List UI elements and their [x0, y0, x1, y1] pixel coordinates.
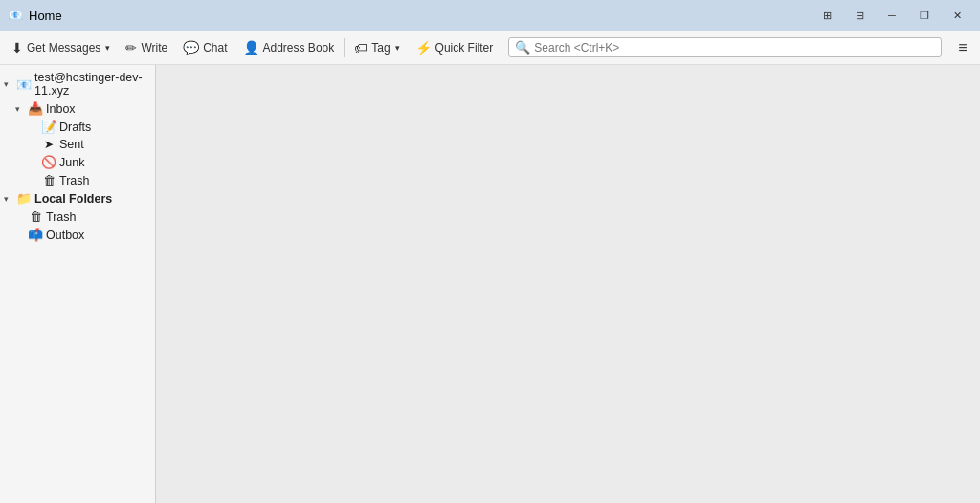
write-icon: ✏: [125, 40, 137, 55]
address-book-label: Address Book: [263, 41, 335, 55]
trash-account-icon: 🗑: [41, 173, 56, 187]
tag-icon: 🏷: [354, 40, 368, 55]
junk-icon: 🚫: [41, 155, 56, 169]
app-icon: 📧: [8, 8, 23, 23]
get-messages-label: Get Messages: [27, 41, 100, 55]
sent-label: Sent: [59, 138, 151, 151]
minimize-button[interactable]: ─: [877, 5, 907, 26]
chat-label: Chat: [203, 41, 227, 55]
sidebar-item-trash-local[interactable]: 🗑 Trash: [0, 208, 155, 226]
outbox-label: Outbox: [46, 229, 151, 242]
content-area: [156, 65, 980, 503]
toolbar-separator-1: [344, 38, 345, 57]
inbox-label: Inbox: [46, 102, 151, 116]
main-area: ▾ 📧 test@hostinger-dev-11.xyz ▾ 📥 Inbox …: [0, 65, 980, 503]
layout-button[interactable]: ⊟: [844, 5, 875, 26]
sidebar-item-outbox[interactable]: 📫 Outbox: [0, 226, 155, 244]
address-book-button[interactable]: 👤 Address Book: [235, 36, 343, 59]
local-folders-expand-arrow: ▾: [4, 194, 13, 204]
search-icon: 🔍: [515, 40, 530, 55]
sent-icon: ➤: [41, 138, 56, 151]
search-input[interactable]: [534, 41, 935, 55]
quick-filter-button[interactable]: ⚡ Quick Filter: [408, 36, 501, 59]
get-messages-dropdown-icon: ▾: [105, 43, 110, 53]
sidebar-item-inbox[interactable]: ▾ 📥 Inbox: [0, 99, 155, 118]
restore-button[interactable]: ❐: [909, 5, 940, 26]
account-expand-arrow: ▾: [4, 79, 13, 89]
sidebar-item-trash-account[interactable]: 🗑 Trash: [0, 171, 155, 189]
tag-dropdown-icon: ▾: [395, 43, 400, 53]
tag-button[interactable]: 🏷 Tag ▾: [346, 36, 407, 59]
inbox-icon: 📥: [28, 101, 43, 116]
quick-filter-label: Quick Filter: [435, 41, 494, 55]
search-box[interactable]: 🔍: [508, 37, 942, 57]
sidebar-item-junk[interactable]: 🚫 Junk: [0, 153, 155, 171]
sidebar-item-sent[interactable]: ➤ Sent: [0, 136, 155, 153]
trash-local-icon: 🗑: [28, 209, 43, 224]
spaces-button[interactable]: ⊞: [812, 5, 842, 26]
title-bar: 📧 Home ⊞ ⊟ ─ ❐ ✕: [0, 0, 980, 31]
quick-filter-icon: ⚡: [415, 40, 432, 55]
sidebar: ▾ 📧 test@hostinger-dev-11.xyz ▾ 📥 Inbox …: [0, 65, 156, 503]
get-messages-button[interactable]: ⬇ Get Messages ▾: [4, 36, 118, 59]
hamburger-menu-button[interactable]: ≡: [949, 34, 976, 61]
drafts-icon: 📝: [41, 120, 56, 134]
chat-button[interactable]: 💬 Chat: [175, 36, 234, 59]
address-book-icon: 👤: [243, 40, 259, 55]
title-bar-controls: ⊞ ⊟ ─ ❐ ✕: [812, 5, 972, 26]
toolbar: ⬇ Get Messages ▾ ✏ Write 💬 Chat 👤 Addres…: [0, 31, 980, 65]
trash-local-label: Trash: [46, 210, 151, 224]
local-folders-label: Local Folders: [34, 192, 151, 206]
write-label: Write: [141, 41, 167, 55]
sidebar-item-local-folders[interactable]: ▾ 📁 Local Folders: [0, 189, 155, 208]
inbox-expand-arrow: ▾: [15, 104, 25, 114]
chat-icon: 💬: [183, 40, 199, 55]
local-folders-icon: 📁: [16, 191, 32, 206]
write-button[interactable]: ✏ Write: [118, 36, 175, 59]
sidebar-item-drafts[interactable]: 📝 Drafts: [0, 118, 155, 136]
account-icon: 📧: [16, 77, 32, 92]
get-messages-icon: ⬇: [11, 40, 23, 55]
tag-label: Tag: [371, 41, 390, 55]
close-button[interactable]: ✕: [942, 5, 972, 26]
trash-account-label: Trash: [59, 174, 151, 187]
outbox-icon: 📫: [28, 228, 43, 242]
sidebar-item-account[interactable]: ▾ 📧 test@hostinger-dev-11.xyz: [0, 69, 155, 99]
title-text: Home: [29, 9, 62, 23]
drafts-label: Drafts: [59, 120, 151, 134]
junk-label: Junk: [59, 156, 151, 169]
title-bar-left: 📧 Home: [8, 8, 62, 23]
account-label: test@hostinger-dev-11.xyz: [34, 71, 151, 98]
